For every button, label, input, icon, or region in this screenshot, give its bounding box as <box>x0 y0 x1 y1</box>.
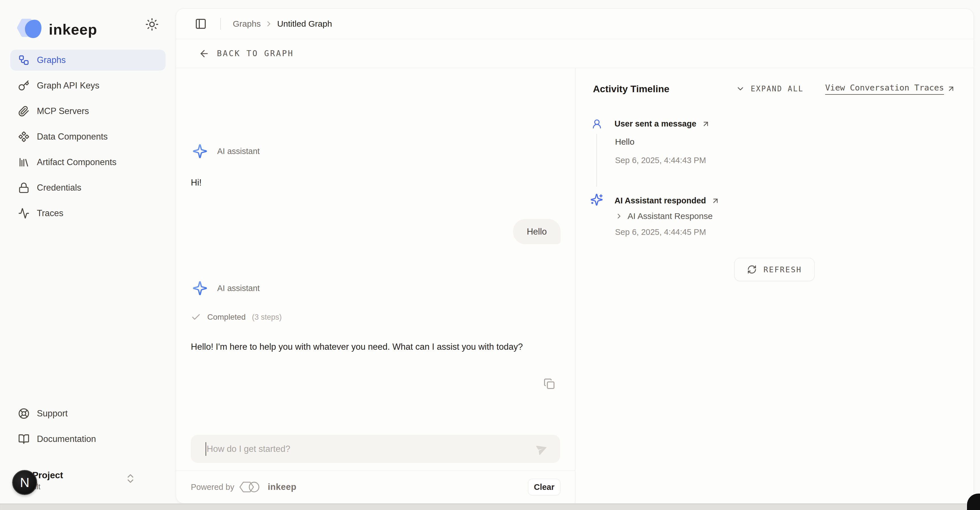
sidebar-item-mcp-servers[interactable]: MCP Servers <box>10 101 165 122</box>
status-steps-count: (3 steps) <box>252 313 282 322</box>
sidebar-item-credentials[interactable]: Credentials <box>10 177 165 198</box>
chat-input-container <box>191 435 560 463</box>
chat-message-input[interactable] <box>191 444 535 454</box>
component-icon <box>18 131 30 142</box>
powered-by-link[interactable]: Powered by inkeep <box>191 480 296 494</box>
sidebar-item-graphs[interactable]: Graphs <box>10 49 165 71</box>
sparkles-icon <box>192 143 208 159</box>
sidebar-nav: Graphs Graph API Keys MCP Servers Data C… <box>10 49 165 228</box>
activity-timeline-panel: Activity Timeline EXPAND ALL View Conver… <box>575 68 974 503</box>
assistant-message-greeting: Hi! <box>191 175 202 190</box>
timeline-event-title: AI Assistant responded <box>614 196 706 206</box>
view-traces-label: View Conversation Traces <box>825 83 944 95</box>
top-bar: Graphs Untitled Graph <box>176 9 974 39</box>
send-icon[interactable] <box>533 440 551 458</box>
timeline-event-1-title-row[interactable]: User sent a message <box>614 119 710 129</box>
powered-by-text: Powered by <box>191 483 234 492</box>
sidebar-item-label: Credentials <box>37 183 81 193</box>
brand-logo[interactable]: inkeep <box>14 16 97 43</box>
sparkles-icon <box>590 193 603 206</box>
completion-status[interactable]: Completed (3 steps) <box>191 312 282 322</box>
sidebar-item-label: Artifact Components <box>37 157 116 167</box>
sidebar-item-graph-api-keys[interactable]: Graph API Keys <box>10 75 165 96</box>
arrow-up-right-icon <box>947 84 955 93</box>
sidebar-item-label: Data Components <box>37 132 108 142</box>
sidebar-item-label: Support <box>37 408 68 419</box>
ai-response-label: AI Assistant Response <box>628 211 713 221</box>
sidebar-item-data-components[interactable]: Data Components <box>10 126 165 147</box>
assistant-name-label: AI assistant <box>217 147 260 156</box>
nextjs-dev-badge[interactable]: N <box>12 470 37 495</box>
arrow-up-right-icon <box>711 196 720 205</box>
check-icon <box>191 312 201 322</box>
key-icon <box>18 80 30 91</box>
content-area: AI assistant Hi! Hello AI assistant Comp… <box>176 68 974 503</box>
theme-toggle-sun-icon[interactable] <box>145 18 159 31</box>
sidebar-footer-nav: Support Documentation <box>10 403 165 454</box>
user-icon <box>592 119 602 129</box>
chevron-right-icon <box>264 19 273 28</box>
breadcrumb-graphs[interactable]: Graphs <box>233 19 261 29</box>
arrow-up-right-icon <box>702 120 710 128</box>
topbar-divider <box>220 18 221 30</box>
status-label: Completed <box>207 312 245 322</box>
sidebar-item-traces[interactable]: Traces <box>10 203 165 224</box>
view-conversation-traces-link[interactable]: View Conversation Traces <box>825 83 955 95</box>
breadcrumb-current-page: Untitled Graph <box>277 19 332 29</box>
ai-response-expander[interactable]: AI Assistant Response <box>615 211 713 221</box>
clear-button[interactable]: Clear <box>528 479 560 495</box>
timeline-event-title: User sent a message <box>614 119 697 129</box>
library-icon <box>18 156 30 168</box>
timeline-controls: EXPAND ALL View Conversation Traces <box>736 83 955 95</box>
timeline-event-timestamp: Sep 6, 2025, 4:44:43 PM <box>615 156 706 165</box>
assistant-header-1: AI assistant <box>192 143 260 159</box>
copy-icon[interactable] <box>544 378 555 389</box>
chevron-right-icon <box>615 212 623 220</box>
lock-icon <box>18 182 30 193</box>
back-to-graph-label: BACK TO GRAPH <box>217 49 294 58</box>
chevrons-up-down-icon <box>125 473 136 484</box>
sidebar-item-label: Graph API Keys <box>37 81 100 91</box>
main-panel: Graphs Untitled Graph BACK TO GRAPH AI a… <box>176 8 974 504</box>
timeline-event-body: Hello <box>615 137 634 147</box>
timeline-event-2-title-row[interactable]: AI Assistant responded <box>614 196 720 206</box>
sidebar: inkeep Graphs Graph API Keys <box>0 0 176 510</box>
nextjs-badge-letter: N <box>20 475 29 490</box>
workflow-icon <box>18 54 30 66</box>
project-title: Project <box>32 470 63 480</box>
user-message-bubble: Hello <box>513 219 561 244</box>
page-bottom-strip <box>0 504 980 510</box>
expand-all-button[interactable]: EXPAND ALL <box>751 84 803 93</box>
app-root: inkeep Graphs Graph API Keys <box>0 0 980 510</box>
refresh-label: REFRESH <box>764 265 802 274</box>
back-to-graph-button[interactable]: BACK TO GRAPH <box>176 39 974 68</box>
inkeep-outline-logo-icon <box>239 480 263 494</box>
sidebar-item-label: Graphs <box>37 55 66 65</box>
assistant-name-label: AI assistant <box>217 284 260 293</box>
assistant-message-response: Hello! I'm here to help you with whateve… <box>191 339 523 354</box>
chevron-down-icon[interactable] <box>736 84 745 93</box>
chat-footer: Powered by inkeep Clear <box>176 470 575 503</box>
sidebar-item-label: Documentation <box>37 434 96 444</box>
refresh-icon <box>747 265 757 274</box>
refresh-button[interactable]: REFRESH <box>735 258 815 281</box>
paperclip-icon <box>18 105 30 117</box>
assistant-header-2: AI assistant <box>192 280 260 296</box>
timeline-title: Activity Timeline <box>593 83 670 94</box>
timeline-connector <box>597 134 597 186</box>
life-buoy-icon <box>18 408 30 419</box>
activity-icon <box>18 208 30 219</box>
powered-by-brand: inkeep <box>268 482 296 492</box>
sidebar-item-label: Traces <box>37 208 64 218</box>
sparkles-icon <box>192 280 208 296</box>
sidebar-item-label: MCP Servers <box>37 106 89 116</box>
timeline-event-timestamp: Sep 6, 2025, 4:44:45 PM <box>615 228 706 237</box>
sidebar-item-documentation[interactable]: Documentation <box>10 429 165 449</box>
timeline-header: Activity Timeline EXPAND ALL View Conver… <box>593 83 955 95</box>
sidebar-item-artifact-components[interactable]: Artifact Components <box>10 152 165 173</box>
brand-name: inkeep <box>49 21 97 38</box>
book-open-icon <box>18 434 30 445</box>
sidebar-toggle-icon[interactable] <box>195 18 207 30</box>
sidebar-item-support[interactable]: Support <box>10 403 165 424</box>
text-caret <box>205 442 206 456</box>
